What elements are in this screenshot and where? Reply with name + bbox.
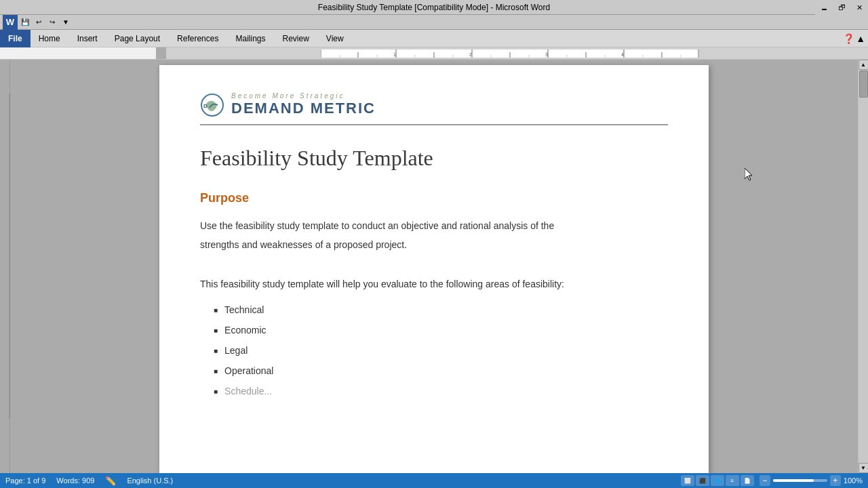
main-area: D Become More Strategic Demand Metric Fe… [0,60,868,473]
outline-view-button[interactable]: ≡ [726,475,739,486]
tab-home[interactable]: Home [31,30,69,47]
window-title: Feasibility Study Template [Compatibilit… [318,3,550,12]
title-bar: Feasibility Study Template [Compatibilit… [0,0,868,15]
zoom-control: − + 100% [760,475,863,486]
word-icon: W [3,15,18,30]
feasibility-areas-list: Technical Economic Legal Operational Sch… [200,304,668,396]
word-count: Words: 909 [56,476,94,485]
tab-view[interactable]: View [318,30,353,47]
svg-text:2: 2 [469,52,472,57]
tab-file[interactable]: File [0,30,31,47]
document-page[interactable]: D Become More Strategic Demand Metric Fe… [159,65,709,473]
language-info: English (U.S.) [127,476,173,485]
list-item: Economic [214,325,668,336]
logo-tagline: Become More Strategic [231,92,376,100]
minimize-button[interactable]: 🗕 [815,0,833,15]
svg-text:1: 1 [393,52,396,57]
draft-view-button[interactable]: 📄 [741,475,754,486]
maximize-button[interactable]: 🗗 [833,0,850,15]
full-reading-button[interactable]: ⬛ [696,475,709,486]
view-buttons: ⬜ ⬛ 🌐 ≡ 📄 [681,475,754,486]
status-bar: Page: 1 of 9 Words: 909 ✏️ English (U.S.… [0,473,868,488]
document-area[interactable]: D Become More Strategic Demand Metric Fe… [10,60,858,473]
left-ruler [0,60,10,473]
list-item: Technical [214,304,668,315]
scroll-thumb[interactable] [859,70,868,98]
minimize-ribbon-button[interactable]: ▲ [856,33,865,44]
section-heading-purpose: Purpose [200,191,668,205]
logo-area: D Become More Strategic Demand Metric [200,92,668,125]
save-quick-button[interactable]: 💾 [19,16,31,28]
track-changes-icon[interactable]: ✏️ [105,476,116,486]
scroll-track[interactable] [859,70,869,463]
list-item: Legal [214,345,668,356]
list-item: Schedule... [214,386,668,396]
logo-text: Become More Strategic Demand Metric [231,92,376,117]
logo-name: Demand Metric [231,100,376,117]
tab-references[interactable]: References [169,30,227,47]
zoom-slider-fill [773,479,814,482]
horizontal-ruler: 1 2 3 4 [0,47,868,60]
window-controls: 🗕 🗗 ✕ [815,0,868,15]
zoom-level: 100% [844,476,863,485]
zoom-in-button[interactable]: + [830,475,841,486]
print-layout-button[interactable]: ⬜ [681,475,694,486]
quick-access-toolbar: W 💾 ↩ ↪ ▼ [0,15,868,30]
close-button[interactable]: ✕ [850,0,868,15]
svg-text:D: D [203,103,208,109]
tab-mailings[interactable]: Mailings [227,30,274,47]
zoom-out-button[interactable]: − [760,475,770,486]
redo-quick-button[interactable]: ↪ [46,16,58,28]
svg-text:3: 3 [545,52,548,57]
svg-text:4: 4 [621,52,624,57]
zoom-slider[interactable] [773,479,827,482]
help-button[interactable]: ❓ [843,33,854,44]
tab-page-layout[interactable]: Page Layout [106,30,169,47]
ribbon-help-area: ❓ ▲ [843,33,868,44]
tab-insert[interactable]: Insert [69,30,106,47]
scroll-down-button[interactable]: ▼ [859,463,869,473]
tab-review[interactable]: Review [274,30,317,47]
purpose-paragraph: Use the feasibility study template to co… [200,216,668,254]
undo-quick-button[interactable]: ↩ [33,16,45,28]
page-info: Page: 1 of 9 [5,476,45,485]
list-item: Operational [214,365,668,376]
document-title: Feasibility Study Template [200,146,668,171]
intro-text: This feasibility study template will hel… [200,274,668,293]
demand-metric-logo-icon: D [200,93,224,117]
ribbon-tabs: File Home Insert Page Layout References … [0,30,868,47]
scroll-up-button[interactable]: ▲ [859,60,869,70]
web-layout-button[interactable]: 🌐 [711,475,724,486]
status-right-area: ⬜ ⬛ 🌐 ≡ 📄 − + 100% [681,475,863,486]
vertical-scrollbar[interactable]: ▲ ▼ [858,60,868,473]
more-quick-button[interactable]: ▼ [60,16,72,28]
